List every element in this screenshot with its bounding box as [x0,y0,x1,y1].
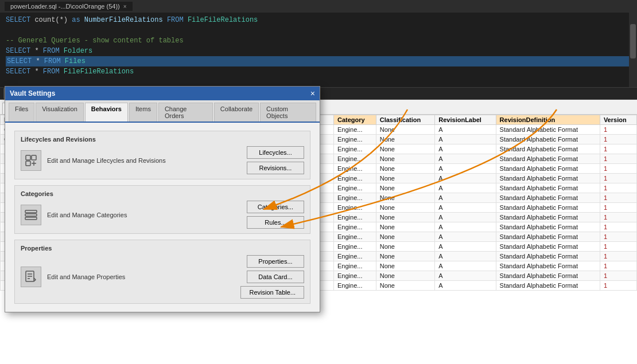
dialog-tab-files[interactable]: Files [9,103,34,122]
dialog-overlay: Vault Settings × Files Visualization Beh… [0,0,637,364]
dialog-title: Vault Settings [10,89,55,97]
section-categories: Categories Edit and Manage Categories Ca… [14,185,310,234]
properties-buttons: Properties... Data Card... Revision Tabl… [240,255,304,299]
revisions-button[interactable]: Revisions... [247,162,304,174]
data-card-button[interactable]: Data Card... [247,271,304,283]
section-lifecycles-legend: Lifecycles and Revisions [21,136,304,143]
dialog-tabs: Files Visualization Behaviors Items Chan… [5,100,320,123]
categories-buttons: Categories... Rules... [247,201,304,229]
section-lifecycles: Lifecycles and Revisions Edit and Manage… [14,131,310,179]
properties-button[interactable]: Properties... [247,255,304,268]
lifecycles-icon [21,150,41,171]
svg-rect-3 [25,210,37,213]
vault-settings-dialog: Vault Settings × Files Visualization Beh… [5,86,320,312]
dialog-tab-changeorders[interactable]: Change Orders [158,103,213,122]
properties-description: Edit and Manage Properties [47,273,235,280]
dialog-tab-visualization[interactable]: Visualization [36,103,84,122]
svg-rect-2 [26,161,30,166]
svg-rect-0 [26,155,30,160]
section-categories-row: Edit and Manage Categories Categories...… [21,201,304,229]
properties-icon [21,267,41,287]
categories-description: Edit and Manage Categories [47,212,241,218]
categories-button[interactable]: Categories... [247,201,304,213]
revision-table-button[interactable]: Revision Table... [240,286,304,299]
dialog-body: Lifecycles and Revisions Edit and Manage… [5,123,320,312]
svg-rect-4 [25,214,37,216]
dialog-tab-items[interactable]: Items [129,103,157,122]
section-lifecycles-row: Edit and Manage Lifecycles and Revisions… [21,146,304,174]
dialog-tab-customobjects[interactable]: Custom Objects [260,103,316,122]
svg-rect-1 [32,155,36,160]
dialog-close-button[interactable]: × [310,89,315,97]
section-properties-legend: Properties [21,245,304,252]
section-properties-row: Edit and Manage Properties Properties...… [21,255,304,299]
lifecycles-description: Edit and Manage Lifecycles and Revisions [47,157,241,164]
categories-icon [21,205,41,225]
lifecycles-button[interactable]: Lifecycles... [247,146,304,159]
dialog-tab-collaborate[interactable]: Collaborate [214,103,259,122]
svg-rect-5 [25,217,37,220]
lifecycles-buttons: Lifecycles... Revisions... [247,146,304,174]
section-properties: Properties Edit and Manage Properties [14,240,310,304]
section-categories-legend: Categories [21,190,304,197]
rules-button[interactable]: Rules... [247,216,304,229]
dialog-tab-behaviors[interactable]: Behaviors [85,103,128,122]
dialog-titlebar: Vault Settings × [5,87,320,100]
